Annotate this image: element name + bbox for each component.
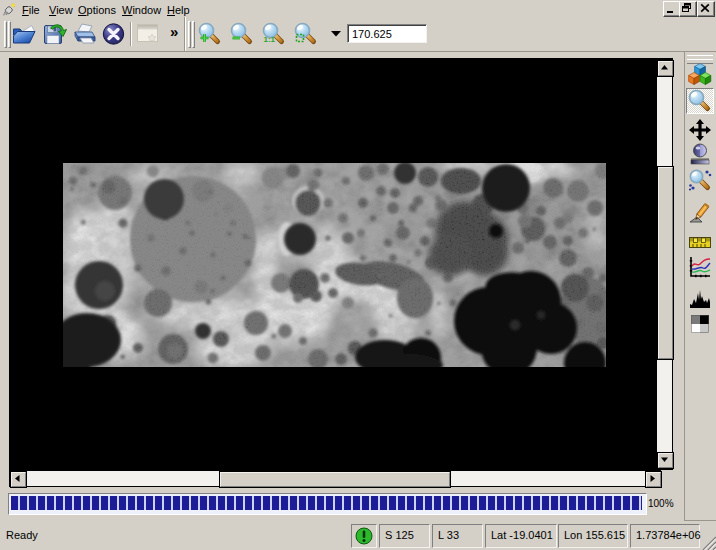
svg-text:1:1: 1:1 xyxy=(264,35,276,44)
